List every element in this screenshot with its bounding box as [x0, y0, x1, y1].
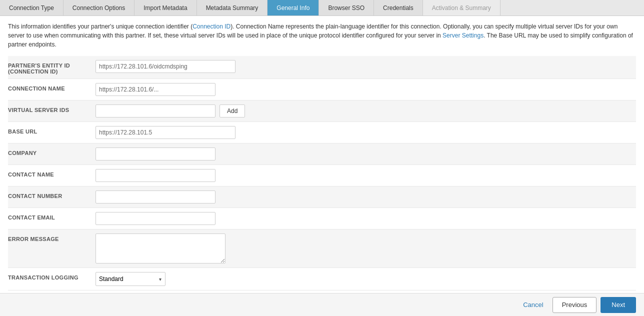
add-button-virtual-server-ids[interactable]: Add	[220, 104, 245, 118]
tab-general-info[interactable]: General Info	[268, 0, 319, 16]
input-contact-email[interactable]	[96, 212, 216, 225]
form-row-connection-name: CONNECTION NAME	[8, 79, 636, 100]
form-row-contact-email: CONTACT EMAIL	[8, 208, 636, 230]
form-row-company: COMPANY	[8, 144, 636, 165]
label-contact-email: CONTACT EMAIL	[8, 212, 96, 220]
tab-connection-type[interactable]: Connection Type	[0, 0, 64, 16]
input-base-url[interactable]	[96, 126, 236, 139]
tab-credentials[interactable]: Credentials	[374, 0, 423, 16]
main-content: This information identifies your partner…	[0, 16, 644, 293]
input-contact-number[interactable]	[96, 190, 216, 204]
input-partner-entity-id[interactable]	[96, 60, 236, 73]
label-virtual-server-ids: VIRTUAL SERVER IDS	[8, 104, 96, 113]
previous-button[interactable]: Previous	[552, 297, 597, 313]
tab-connection-options[interactable]: Connection Options	[64, 0, 134, 16]
footer: Cancel Previous Next	[0, 293, 644, 316]
select-transaction-logging[interactable]: StandardEnhancedFullNone	[96, 272, 166, 286]
next-button[interactable]: Next	[600, 297, 636, 313]
tab-metadata-summary[interactable]: Metadata Summary	[197, 0, 268, 16]
tab-browser-sso[interactable]: Browser SSO	[319, 0, 374, 16]
label-connection-name: CONNECTION NAME	[8, 83, 96, 92]
label-partner-entity-id: PARTNER'S ENTITY ID(CONNECTION ID)	[8, 60, 96, 74]
input-contact-name[interactable]	[96, 169, 216, 182]
label-contact-name: CONTACT NAME	[8, 169, 96, 178]
label-error-message: ERROR MESSAGE	[8, 234, 96, 242]
form-row-error-message: ERROR MESSAGE	[8, 230, 636, 268]
label-contact-number: CONTACT NUMBER	[8, 190, 96, 199]
form-container: PARTNER'S ENTITY ID(CONNECTION ID)CONNEC…	[8, 56, 636, 290]
input-connection-name[interactable]	[96, 83, 216, 96]
form-row-contact-number: CONTACT NUMBER	[8, 186, 636, 208]
cancel-button[interactable]: Cancel	[518, 301, 548, 308]
tab-activation-summary: Activation & Summary	[423, 0, 500, 16]
info-text: This information identifies your partner…	[8, 22, 636, 49]
input-virtual-server-ids[interactable]	[96, 104, 216, 118]
form-row-base-url: BASE URL	[8, 122, 636, 144]
label-company: COMPANY	[8, 148, 96, 156]
tab-bar: Connection TypeConnection OptionsImport …	[0, 0, 644, 16]
form-row-partner-entity-id: PARTNER'S ENTITY ID(CONNECTION ID)	[8, 56, 636, 79]
form-row-virtual-server-ids: VIRTUAL SERVER IDSAdd	[8, 100, 636, 122]
tab-import-metadata[interactable]: Import Metadata	[134, 0, 196, 16]
input-company[interactable]	[96, 148, 216, 160]
form-row-contact-name: CONTACT NAME	[8, 165, 636, 186]
form-row-transaction-logging: TRANSACTION LOGGINGStandardEnhancedFullN…	[8, 268, 636, 290]
label-transaction-logging: TRANSACTION LOGGING	[8, 272, 96, 280]
label-base-url: BASE URL	[8, 126, 96, 134]
textarea-error-message[interactable]	[96, 234, 226, 264]
